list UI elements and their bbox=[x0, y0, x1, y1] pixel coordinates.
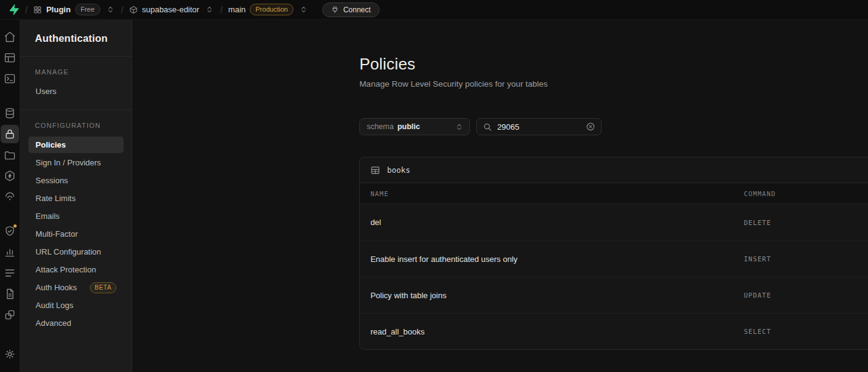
policies-page: Policies Manage Row Level Security polic… bbox=[132, 20, 868, 350]
org-breadcrumb[interactable]: Plugin Free bbox=[33, 4, 100, 15]
settings-icon[interactable] bbox=[1, 345, 19, 363]
sidebar-title-container: Authentication bbox=[20, 20, 132, 57]
org-plan-badge: Free bbox=[75, 4, 100, 15]
sidebar-item-sign-in-providers[interactable]: Sign In / Providers bbox=[28, 154, 124, 171]
policy-command: INSERT bbox=[734, 255, 868, 263]
search-icon bbox=[483, 122, 492, 132]
policy-name: del bbox=[360, 218, 734, 227]
integrations-icon[interactable] bbox=[1, 306, 19, 324]
sidebar-item-advanced[interactable]: Advanced bbox=[28, 315, 124, 331]
sidebar-item-users[interactable]: Users bbox=[28, 83, 124, 100]
sidebar-item-label: Rate Limits bbox=[36, 194, 76, 203]
project-breadcrumb[interactable]: supabase-editor bbox=[129, 5, 199, 14]
sidebar-item-label: Sign In / Providers bbox=[36, 158, 101, 167]
realtime-icon[interactable] bbox=[1, 188, 19, 206]
org-name: Plugin bbox=[46, 5, 71, 14]
home-icon[interactable] bbox=[1, 28, 19, 46]
branch-name: main bbox=[228, 5, 245, 14]
sidebar-item-multi-factor[interactable]: Multi-Factor bbox=[28, 226, 124, 242]
table-name: books bbox=[387, 165, 410, 175]
policy-name: Policy with table joins bbox=[360, 291, 734, 300]
advisors-icon[interactable] bbox=[1, 222, 19, 240]
sidebar-item-label: Users bbox=[36, 87, 57, 96]
policy-name: Enable insert for authenticated users on… bbox=[360, 255, 734, 264]
filter-bar: schema public bbox=[359, 118, 868, 135]
beta-badge: BETA bbox=[90, 282, 116, 293]
sidebar-title: Authentication bbox=[35, 33, 117, 44]
schema-select-chevrons-icon bbox=[454, 122, 464, 132]
auth-sidebar: Authentication MANAGE Users CONFIGURATIO… bbox=[20, 20, 132, 372]
sidebar-divider bbox=[20, 109, 132, 110]
policy-command: SELECT bbox=[734, 328, 868, 335]
primary-nav-rail bbox=[0, 20, 20, 372]
column-header-name: NAME bbox=[360, 190, 734, 197]
table-icon bbox=[370, 165, 380, 175]
policy-row[interactable]: del DELETE bbox=[360, 204, 868, 240]
sql-editor-icon[interactable] bbox=[1, 69, 19, 88]
schema-select-value: public bbox=[397, 122, 420, 131]
advisors-notification-dot bbox=[13, 224, 17, 228]
connect-button-label: Connect bbox=[343, 6, 371, 14]
policy-search-box bbox=[476, 118, 602, 135]
sidebar-item-emails[interactable]: Emails bbox=[28, 208, 124, 224]
plug-icon bbox=[331, 6, 339, 14]
sidebar-item-label: Emails bbox=[36, 212, 60, 221]
breadcrumb-separator: / bbox=[25, 4, 28, 15]
sidebar-item-rate-limits[interactable]: Rate Limits bbox=[28, 190, 124, 207]
section-heading-configuration: CONFIGURATION bbox=[20, 122, 132, 129]
sidebar-item-sessions[interactable]: Sessions bbox=[28, 172, 124, 189]
logs-icon[interactable] bbox=[1, 264, 19, 282]
supabase-logo-icon[interactable] bbox=[8, 4, 20, 15]
authentication-icon[interactable] bbox=[1, 125, 19, 143]
sidebar-item-label: Auth Hooks bbox=[36, 283, 77, 292]
table-header-row: NAME COMMAND bbox=[360, 183, 868, 204]
schema-select[interactable]: schema public bbox=[359, 118, 470, 135]
database-icon[interactable] bbox=[1, 104, 19, 122]
sidebar-item-label: Multi-Factor bbox=[36, 229, 78, 239]
edge-functions-icon[interactable] bbox=[1, 167, 19, 185]
section-heading-manage: MANAGE bbox=[20, 68, 132, 76]
sidebar-item-audit-logs[interactable]: Audit Logs bbox=[28, 297, 124, 314]
app-body: Authentication MANAGE Users CONFIGURATIO… bbox=[0, 20, 868, 372]
branch-breadcrumb[interactable]: main Production bbox=[228, 4, 293, 15]
table-card-header: books bbox=[360, 157, 868, 183]
sidebar-item-label: URL Configuration bbox=[36, 247, 101, 256]
policy-name: read_all_books bbox=[360, 327, 734, 336]
sidebar-item-policies[interactable]: Policies bbox=[28, 137, 124, 153]
policies-table-card: books NAME COMMAND del DELETE Enable ins… bbox=[359, 157, 868, 350]
sidebar-item-label: Advanced bbox=[36, 319, 71, 328]
project-switcher-chevrons-icon[interactable] bbox=[204, 4, 215, 15]
page-subtitle: Manage Row Level Security policies for y… bbox=[359, 79, 868, 89]
sidebar-item-url-configuration[interactable]: URL Configuration bbox=[28, 243, 124, 260]
policy-command: DELETE bbox=[734, 219, 868, 226]
api-docs-icon[interactable] bbox=[1, 285, 19, 303]
branch-switcher-chevrons-icon[interactable] bbox=[298, 4, 309, 15]
storage-icon[interactable] bbox=[1, 146, 19, 164]
table-editor-icon[interactable] bbox=[1, 49, 19, 67]
clear-search-icon[interactable] bbox=[586, 122, 595, 132]
policy-row[interactable]: Policy with table joins UPDATE bbox=[360, 277, 868, 313]
project-icon bbox=[129, 6, 138, 14]
sidebar-item-label: Sessions bbox=[36, 176, 68, 185]
sidebar-item-auth-hooks[interactable]: Auth Hooks BETA bbox=[28, 279, 124, 296]
schema-select-prefix: schema bbox=[367, 122, 394, 131]
organization-icon bbox=[33, 6, 42, 14]
branch-environment-badge: Production bbox=[250, 4, 293, 15]
sidebar-item-label: Policies bbox=[36, 140, 66, 149]
reports-icon[interactable] bbox=[1, 243, 19, 261]
policy-row[interactable]: Enable insert for authenticated users on… bbox=[360, 240, 868, 277]
main-content: Policies Manage Row Level Security polic… bbox=[132, 20, 868, 372]
connect-button[interactable]: Connect bbox=[322, 2, 380, 17]
org-switcher-chevrons-icon[interactable] bbox=[105, 4, 116, 15]
sidebar-item-label: Audit Logs bbox=[36, 301, 73, 310]
project-name: supabase-editor bbox=[142, 5, 199, 14]
page-title: Policies bbox=[359, 55, 868, 74]
topbar: / Plugin Free / supabase-editor / main P… bbox=[0, 0, 868, 20]
search-input[interactable] bbox=[497, 122, 581, 132]
column-header-command: COMMAND bbox=[734, 190, 868, 197]
policy-row[interactable]: read_all_books SELECT bbox=[360, 313, 868, 349]
sidebar-item-attack-protection[interactable]: Attack Protection bbox=[28, 261, 124, 278]
breadcrumb-separator: / bbox=[220, 4, 223, 15]
breadcrumb-separator: / bbox=[121, 4, 124, 15]
policy-command: UPDATE bbox=[734, 291, 868, 299]
